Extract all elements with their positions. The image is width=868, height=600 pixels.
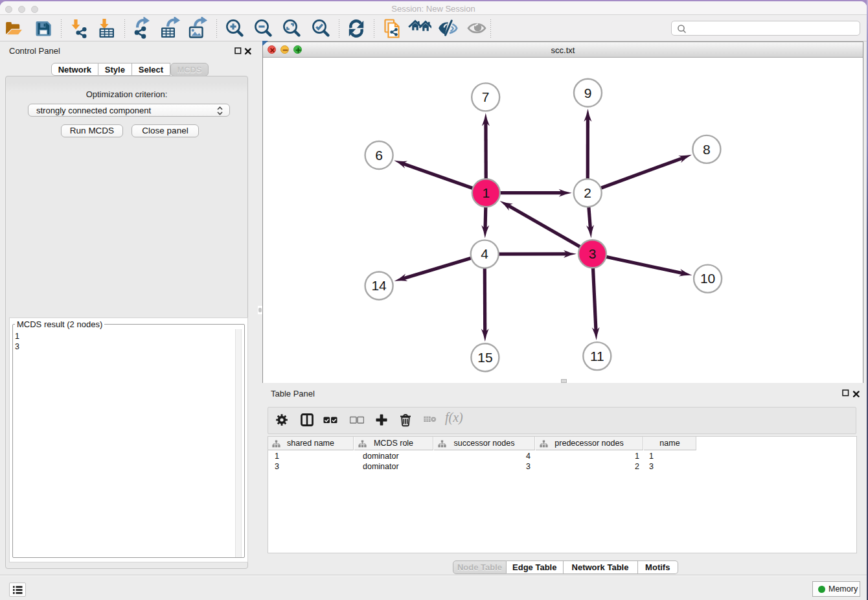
svg-text:11: 11 bbox=[590, 349, 604, 363]
svg-text:10: 10 bbox=[700, 271, 715, 286]
svg-text:7: 7 bbox=[482, 89, 490, 104]
svg-text:15: 15 bbox=[477, 350, 492, 365]
svg-text:4: 4 bbox=[481, 246, 488, 261]
svg-text:6: 6 bbox=[375, 148, 383, 163]
svg-text:9: 9 bbox=[584, 86, 592, 100]
svg-text:2: 2 bbox=[584, 185, 591, 200]
svg-text:14: 14 bbox=[371, 278, 387, 293]
svg-text:3: 3 bbox=[589, 246, 597, 261]
svg-text:8: 8 bbox=[703, 142, 711, 157]
svg-text:1: 1 bbox=[482, 185, 490, 200]
